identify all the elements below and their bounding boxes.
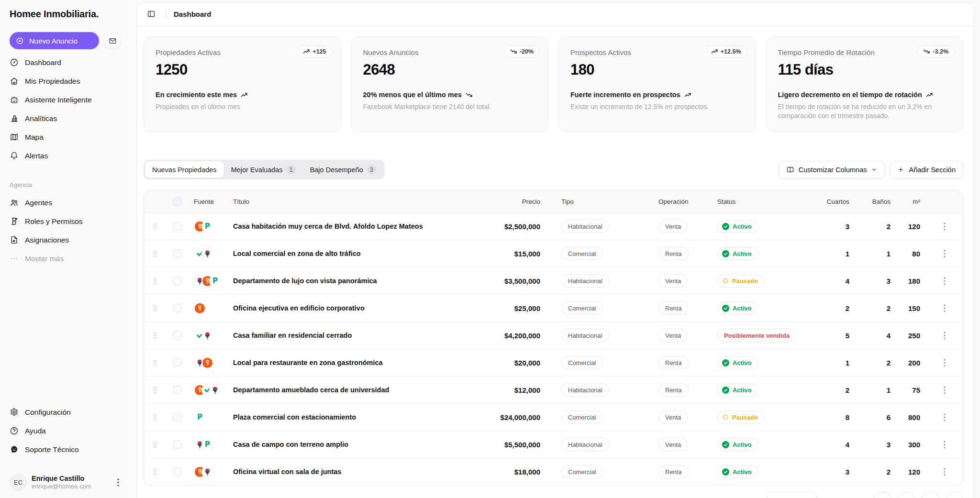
pagination-page-button[interactable] — [921, 492, 939, 498]
stat-footer-text: Ligero decremento en el tiempo de rotaci… — [778, 91, 922, 99]
row-menu-button[interactable] — [926, 465, 963, 479]
row-checkbox[interactable] — [173, 386, 181, 394]
row-menu-button[interactable] — [926, 247, 963, 261]
sidebar-nav-agency: AgentesRoles y PermisosAsignacionesMosta… — [10, 193, 121, 268]
col-banos: Baños — [855, 198, 896, 205]
sidebar-item-label: Ayuda — [25, 427, 46, 435]
stat-value: 2648 — [363, 61, 537, 78]
baths-value: 2 — [855, 304, 896, 312]
drag-handle[interactable] — [144, 277, 166, 285]
drag-handle[interactable] — [144, 332, 166, 339]
sidebar-item-configuracion[interactable]: Configuración — [10, 403, 121, 421]
customize-columns-button[interactable]: Customizar Columnas — [779, 161, 885, 179]
row-checkbox[interactable] — [173, 331, 181, 340]
chevron-down-icon — [871, 166, 877, 173]
row-menu-button[interactable] — [926, 356, 963, 370]
row-menu-button[interactable] — [926, 438, 963, 452]
paused-icon — [722, 277, 729, 284]
add-section-button[interactable]: Añadir Sección — [890, 161, 963, 179]
sidebar-item-ayuda[interactable]: Ayuda — [10, 421, 121, 440]
drag-handle[interactable] — [144, 468, 166, 476]
sidebar-item-asistente-inteligente[interactable]: Asistente Inteligente — [10, 90, 121, 109]
profile-menu-button[interactable] — [115, 476, 121, 488]
bot-icon — [10, 95, 19, 104]
property-price: $15,000 — [489, 250, 546, 258]
mail-button[interactable] — [104, 32, 121, 49]
drag-handle[interactable] — [144, 414, 166, 421]
drag-handle[interactable] — [144, 387, 166, 394]
row-checkbox[interactable] — [173, 358, 181, 367]
stat-value: 1250 — [156, 61, 329, 78]
drag-handle[interactable] — [144, 441, 166, 448]
row-checkbox[interactable] — [173, 222, 181, 231]
row-menu-button[interactable] — [926, 274, 963, 288]
tab-bajo-desempeno[interactable]: Bajo Desempeño3 — [303, 161, 383, 178]
table-header-row: Fuente Título Precio Tipo Operación Stat… — [144, 190, 963, 212]
property-price: $20,000 — [489, 359, 546, 367]
stat-footer-text: 20% menos que el último mes — [363, 91, 462, 99]
sidebar-item-agentes[interactable]: Agentes — [10, 193, 121, 212]
user-profile[interactable]: EC Enrique Castillo enrique@homee.com — [10, 473, 121, 491]
sidebar-item-asignaciones[interactable]: Asignaciones — [10, 231, 121, 249]
row-checkbox[interactable] — [173, 413, 181, 421]
select-all-checkbox[interactable] — [173, 197, 181, 206]
sidebar-item-roles-y-permisos[interactable]: Roles y Permisos — [10, 212, 121, 231]
row-checkbox[interactable] — [173, 277, 181, 285]
row-menu-button[interactable] — [926, 410, 963, 424]
drag-handle[interactable] — [144, 305, 166, 312]
sidebar-item-alertas[interactable]: Alertas — [10, 146, 121, 165]
pagination-page-button[interactable] — [897, 492, 915, 498]
table-row: Oficina ejecutiva en edificio corporativ… — [144, 294, 963, 321]
avatar: EC — [10, 474, 27, 491]
row-checkbox[interactable] — [173, 249, 181, 258]
source-logos — [187, 384, 233, 396]
sidebar-item-mostar-mas[interactable]: Mostar más — [10, 249, 121, 268]
row-menu-button[interactable] — [926, 301, 963, 315]
pagination-button[interactable] — [767, 492, 817, 498]
sidebar-item-label: Analíticas — [25, 114, 57, 123]
sidebar-item-mapa[interactable]: Mapa — [10, 128, 121, 146]
row-menu-button[interactable] — [926, 220, 963, 233]
operation-badge: Renta — [658, 356, 689, 369]
source-logos — [187, 357, 233, 369]
trend-up-icon — [684, 91, 691, 99]
col-operacion: Operación — [642, 198, 699, 205]
area-value: 250 — [896, 332, 926, 340]
sidebar-item-label: Roles y Permisos — [25, 217, 83, 226]
trend-up-icon — [926, 91, 933, 99]
pagination-page-button[interactable] — [945, 492, 963, 498]
sidebar-item-dashboard[interactable]: Dashboard — [10, 53, 121, 72]
sidebar-item-analiticas[interactable]: Analíticas — [10, 109, 121, 128]
page-title: Dashboard — [174, 10, 211, 18]
row-checkbox[interactable] — [173, 440, 181, 449]
row-checkbox[interactable] — [173, 304, 181, 312]
drag-handle[interactable] — [144, 223, 166, 230]
tab-nuevas-propiedades[interactable]: Nuevas Propiedades — [145, 161, 224, 178]
status-badge: Activo — [717, 356, 758, 369]
tab-mejor-evaluadas[interactable]: Mejor Evaluadas1 — [224, 161, 303, 178]
drag-handle[interactable] — [144, 250, 166, 257]
row-checkbox[interactable] — [173, 467, 181, 476]
operation-badge: Venta — [658, 274, 688, 288]
row-menu-button[interactable] — [926, 329, 963, 343]
user-name: Enrique Castillo — [32, 474, 91, 483]
sidebar-item-mis-propiedades[interactable]: Mis Propiedades — [10, 72, 121, 90]
new-listing-button[interactable]: Nuevo Anuncio — [10, 32, 99, 49]
sidebar-item-soporte-tecnico[interactable]: Soporte Técnico — [10, 440, 121, 459]
baths-value: 4 — [855, 332, 896, 340]
plus-circle-icon — [16, 37, 24, 45]
sidebar-toggle-button[interactable] — [145, 7, 158, 21]
property-title: Casa de campo con terreno amplio — [233, 441, 489, 448]
operation-badge: Venta — [658, 410, 688, 424]
pagination — [144, 492, 963, 498]
status-label: Activo — [733, 250, 752, 257]
table-row: PCasa habitación muy cerca de Blvd. Afol… — [144, 212, 963, 240]
tab-group: Nuevas PropiedadesMejor Evaluadas1Bajo D… — [144, 160, 385, 179]
rooms-value: 3 — [814, 222, 855, 231]
pagination-page-button[interactable] — [873, 492, 891, 498]
drag-handle[interactable] — [144, 359, 166, 366]
row-menu-button[interactable] — [926, 383, 963, 397]
source-balloon-icon — [201, 330, 213, 342]
check-circle-icon — [722, 441, 729, 448]
col-precio: Precio — [489, 198, 546, 205]
